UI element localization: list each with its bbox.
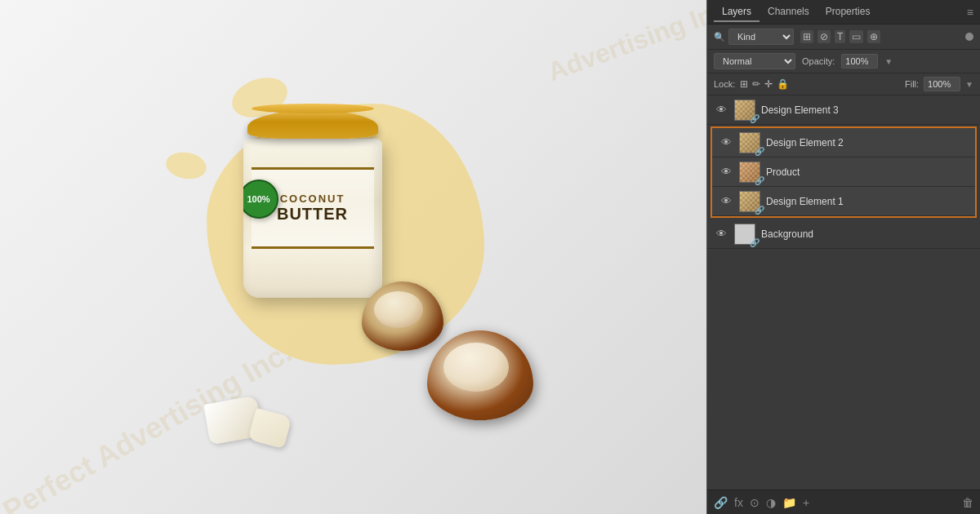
watermark-top: Advertising Inc.	[544, 0, 706, 87]
add-style-button[interactable]: fx	[734, 496, 743, 509]
lock-icon-brush[interactable]: ✏	[752, 78, 760, 90]
label-coconut: COCONUT	[280, 193, 345, 205]
blob-small-2	[163, 149, 208, 182]
thumb-link-icon-bg: 🔗	[750, 238, 760, 247]
fill-arrow: ▼	[965, 80, 973, 89]
tab-layers[interactable]: Layers	[714, 2, 760, 22]
coconut-group	[427, 330, 533, 420]
lock-icon-all[interactable]: 🔒	[777, 78, 789, 90]
thumb-link-icon-1: 🔗	[755, 206, 764, 215]
layers-panel: Layers Channels Properties ≡ 🔍 Kind ⊞ ⊘ …	[706, 0, 980, 514]
new-layer-button[interactable]: +	[803, 496, 809, 509]
opacity-label: Opacity:	[802, 56, 835, 66]
layer-name-design-element-2: Design Element 2	[766, 137, 969, 148]
thumb-link-icon-2: 🔗	[755, 147, 764, 156]
jar-lid	[247, 110, 378, 139]
lock-icon-checkers[interactable]: ⊞	[740, 78, 748, 90]
lock-icons: ⊞ ✏ ✛ 🔒	[740, 78, 789, 90]
filter-icon-adjust[interactable]: ⊘	[817, 30, 831, 43]
fill-value[interactable]: 100%	[924, 77, 960, 91]
coconut-piece-2	[247, 408, 292, 449]
link-layers-button[interactable]: 🔗	[714, 496, 728, 509]
coconut-half-large	[427, 330, 533, 420]
panel-tabs: Layers Channels Properties ≡	[707, 0, 980, 24]
panel-menu-button[interactable]: ≡	[967, 6, 973, 19]
layer-name-design-element-1: Design Element 1	[766, 196, 969, 207]
layer-visibility-background[interactable]: 👁	[714, 227, 728, 241]
product-scene: COCONUT BUTTER 100%	[158, 69, 550, 445]
layer-name-product: Product	[766, 166, 969, 178]
layer-thumb-design-element-1: 🔗	[738, 190, 761, 213]
product-jar: COCONUT BUTTER 100%	[231, 110, 394, 298]
layer-row-design-element-3[interactable]: 👁 🔗 Design Element 3	[707, 95, 980, 125]
search-icon: 🔍	[714, 32, 725, 42]
layer-row-background[interactable]: 👁 🔗 Background	[707, 219, 980, 249]
layer-visibility-design-element-1[interactable]: 👁	[719, 194, 733, 209]
layer-thumb-design-element-2: 🔗	[738, 131, 761, 154]
tab-channels[interactable]: Channels	[760, 2, 817, 22]
tab-properties[interactable]: Properties	[817, 2, 879, 22]
panel-bottom: 🔗 fx ⊙ ◑ 📁 + 🗑	[707, 490, 980, 514]
layer-row-design-element-2[interactable]: 👁 🔗 Design Element 2	[712, 128, 975, 157]
layer-visibility-design-element-2[interactable]: 👁	[719, 135, 733, 150]
filter-icon-image[interactable]: ⊞	[800, 30, 813, 43]
blend-mode-select[interactable]: Normal	[714, 53, 795, 69]
lock-icon-move[interactable]: ✛	[764, 78, 773, 90]
filter-toggle-dot[interactable]	[965, 33, 973, 41]
layer-name-background: Background	[761, 228, 973, 240]
delete-layer-button[interactable]: 🗑	[962, 496, 973, 509]
thumb-link-icon: 🔗	[750, 114, 760, 123]
layer-visibility-design-element-3[interactable]: 👁	[714, 103, 728, 117]
thumb-link-icon-product: 🔗	[755, 176, 764, 185]
layer-visibility-product[interactable]: 👁	[719, 165, 733, 179]
layer-thumb-background: 🔗	[733, 223, 756, 246]
filter-icon-shape[interactable]: ▭	[849, 30, 863, 43]
lock-row: Lock: ⊞ ✏ ✛ 🔒 Fill: 100% ▼	[707, 73, 980, 95]
opacity-value[interactable]: 100%	[841, 54, 878, 69]
badge-100: 100%	[247, 194, 270, 204]
layer-thumb-design-element-3: 🔗	[733, 99, 756, 122]
fill-label: Fill:	[905, 79, 919, 89]
jar-body: COCONUT BUTTER 100%	[243, 139, 382, 298]
filter-icons: ⊞ ⊘ T ▭ ⊕	[800, 30, 880, 43]
filter-select[interactable]: Kind	[728, 29, 794, 45]
label-badge: 100%	[243, 179, 278, 219]
new-adjustment-button[interactable]: ◑	[766, 496, 776, 509]
layer-row-product[interactable]: 👁 🔗 Product	[712, 157, 975, 187]
layer-group-bracket: 👁 🔗 Design Element 2 👁	[710, 126, 977, 218]
illustration-panel: Perfect Advertising Inc. Advertising Inc…	[0, 0, 706, 514]
filter-icon-text[interactable]: T	[835, 30, 845, 43]
layer-name-design-element-3: Design Element 3	[761, 104, 973, 116]
filter-icon-smart[interactable]: ⊕	[867, 30, 880, 43]
lock-label: Lock:	[714, 79, 735, 89]
blend-mode-row: Normal Opacity: 100% ▼	[707, 50, 980, 73]
label-butter: BUTTER	[277, 205, 348, 224]
opacity-arrow: ▼	[884, 57, 893, 66]
new-group-button[interactable]: 📁	[782, 496, 796, 509]
add-mask-button[interactable]: ⊙	[750, 496, 760, 509]
layer-thumb-product: 🔗	[738, 161, 761, 184]
layers-list: 👁 🔗 Design Element 3 👁	[707, 95, 980, 490]
filter-row: 🔍 Kind ⊞ ⊘ T ▭ ⊕	[707, 24, 980, 50]
layer-row-design-element-1[interactable]: 👁 🔗 Design Element 1	[712, 187, 975, 216]
